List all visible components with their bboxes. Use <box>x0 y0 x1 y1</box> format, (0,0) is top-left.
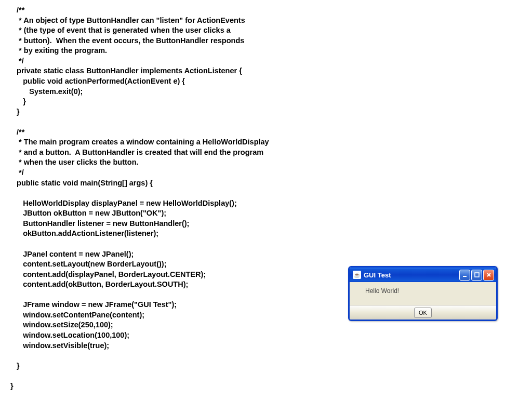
gui-window: ☕ GUI Test Hello World! OK <box>348 266 498 321</box>
window-title: GUI Test <box>364 271 457 279</box>
svg-rect-1 <box>475 273 479 277</box>
minimize-button[interactable] <box>459 270 470 281</box>
button-row: OK <box>350 305 496 320</box>
svg-rect-0 <box>463 276 467 277</box>
hello-world-display: Hello World! <box>350 282 496 305</box>
java-icon: ☕ <box>353 271 361 279</box>
close-button[interactable] <box>483 270 494 281</box>
titlebar[interactable]: ☕ GUI Test <box>350 268 496 282</box>
code-listing: /** * An object of type ButtonHandler ca… <box>0 0 532 396</box>
window-controls <box>459 270 494 281</box>
ok-button[interactable]: OK <box>414 308 432 318</box>
maximize-button[interactable] <box>471 270 482 281</box>
client-area: Hello World! OK <box>350 282 496 320</box>
